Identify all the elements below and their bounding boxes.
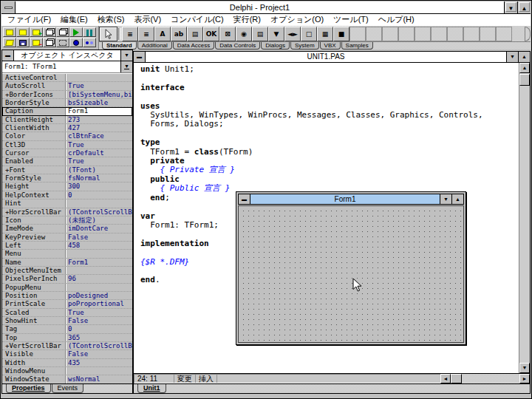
component-memo[interactable]: ▤	[187, 27, 203, 41]
palette-scroll-right-button[interactable]	[525, 27, 531, 41]
maximize-button[interactable]: ▲	[517, 1, 531, 13]
editor-system-menu-button[interactable]: ▬	[134, 52, 146, 62]
view-unit-button[interactable]	[43, 27, 56, 37]
property-row[interactable]: WindowMenu	[2, 367, 132, 375]
scroll-up-button[interactable]: ▲	[519, 63, 530, 73]
palette-tab-vbx[interactable]: VBX	[320, 42, 341, 50]
component-groupbox[interactable]: □	[301, 27, 317, 41]
palette-tab-data-controls[interactable]: Data Controls	[215, 42, 260, 50]
form-design-surface[interactable]	[238, 205, 464, 343]
property-row[interactable]: ScaledTrue	[2, 309, 132, 317]
editor-maximize-button[interactable]: ▲	[518, 52, 530, 62]
property-row[interactable]: Height300	[2, 183, 132, 191]
menu-item[interactable]: 検索(S)	[98, 14, 125, 25]
menu-item[interactable]: 実行(R)	[233, 14, 261, 25]
step-over-button[interactable]	[83, 38, 96, 47]
component-radiogroup[interactable]: ▦	[317, 27, 333, 41]
property-row[interactable]: ColorclBtnFace	[2, 132, 132, 140]
property-row[interactable]: PrintScalepoProportional	[2, 300, 132, 308]
property-row[interactable]: ObjectMenuItem	[2, 267, 132, 275]
property-row[interactable]: ClientWidth427	[2, 124, 132, 132]
component-listbox[interactable]: ▤	[252, 27, 268, 41]
component-radiobutton[interactable]: ◉	[236, 27, 252, 41]
open-project-button[interactable]	[3, 27, 16, 37]
vertical-scroll-thumb[interactable]	[519, 74, 530, 86]
property-row[interactable]: ActiveControl	[2, 74, 132, 82]
form-titlebar[interactable]: ▬ Form1 ▼ ▲	[238, 194, 464, 205]
inspector-system-menu-button[interactable]: ▬	[2, 50, 14, 61]
open-file-button[interactable]	[3, 38, 16, 47]
property-row[interactable]: Top365	[2, 334, 132, 342]
property-row[interactable]: Icon(未指定)	[2, 216, 132, 225]
form-maximize-button[interactable]: ▲	[451, 194, 463, 204]
menu-item[interactable]: 表示(V)	[134, 14, 161, 25]
palette-tab-system[interactable]: System	[290, 42, 319, 50]
property-row[interactable]: HelpContext0	[2, 191, 132, 200]
editor-horizontal-scrollbar[interactable]: ◄ ►	[440, 374, 530, 383]
menu-item[interactable]: ツール(T)	[333, 14, 369, 25]
property-row[interactable]: Menu	[2, 250, 132, 258]
menu-item[interactable]: ファイル(F)	[7, 14, 51, 25]
add-file-button[interactable]: +	[30, 27, 43, 37]
pause-button[interactable]	[83, 27, 96, 37]
selection-pointer-button[interactable]	[99, 27, 117, 41]
horizontal-scroll-track[interactable]	[462, 374, 519, 383]
property-row[interactable]: VisibleFalse	[2, 350, 132, 358]
palette-tab-data-access[interactable]: Data Access	[173, 42, 214, 50]
menu-item[interactable]: コンパイル(C)	[171, 14, 224, 25]
editor-vertical-scrollbar[interactable]: ▲ ▼	[519, 63, 530, 373]
menu-item[interactable]: ヘルプ(H)	[378, 14, 415, 25]
toggle-form-unit-button[interactable]	[56, 38, 69, 47]
property-row[interactable]: ShowHintFalse	[2, 317, 132, 325]
component-combobox[interactable]: ▼	[268, 27, 284, 41]
editor-tab-unit1[interactable]: Unit1	[137, 384, 166, 393]
new-form-button[interactable]	[43, 38, 56, 47]
combo-dropdown-button[interactable]: ▼	[120, 61, 132, 72]
inspector-tab-events[interactable]: Events	[52, 384, 84, 393]
property-row[interactable]: KeyPreviewFalse	[2, 233, 132, 242]
property-row[interactable]: PopupMenu	[2, 284, 132, 292]
property-row[interactable]: +VertScrollBar(TControlScrollBar	[2, 342, 132, 350]
property-row[interactable]: BorderStylebsSizeable	[2, 99, 132, 107]
component-edit[interactable]: ab	[171, 27, 187, 41]
palette-tab-dialogs[interactable]: Dialogs	[261, 42, 290, 50]
property-row[interactable]: Tag0	[2, 325, 132, 333]
property-row[interactable]: CaptionForm1	[2, 107, 132, 115]
property-row[interactable]: +BorderIcons[biSystemMenu,biMi	[2, 91, 132, 99]
property-row[interactable]: Ctl3DTrue	[2, 141, 132, 149]
trace-into-button[interactable]	[69, 38, 83, 47]
property-row[interactable]: PixelsPerInch96	[2, 275, 132, 283]
save-file-button[interactable]	[16, 38, 30, 47]
scroll-right-button[interactable]: ►	[519, 374, 530, 383]
property-row[interactable]: WindowStatewsNormal	[2, 375, 132, 383]
object-selector-combo[interactable]: Form1: TForm1 ▼	[2, 61, 132, 73]
property-row[interactable]: AutoScrollTrue	[2, 82, 132, 90]
property-row[interactable]: PositionpoDesigned	[2, 292, 132, 300]
inspector-rollup-button[interactable]: ▼	[120, 50, 132, 61]
component-scrollbar[interactable]: ◄►	[284, 27, 301, 41]
property-row[interactable]: ClientHeight273	[2, 116, 132, 124]
menu-item[interactable]: 編集(E)	[61, 14, 88, 25]
scroll-down-button[interactable]: ▼	[519, 363, 530, 373]
form-minimize-button[interactable]: ▼	[440, 194, 451, 204]
property-row[interactable]: Hint	[2, 200, 132, 208]
editor-minimize-button[interactable]: ▼	[506, 52, 518, 62]
component-mainmenu[interactable]: ≡	[122, 27, 138, 41]
view-form-button[interactable]	[56, 27, 69, 37]
property-row[interactable]: Width435	[2, 359, 132, 367]
property-row[interactable]: ImeModeimDontCare	[2, 225, 132, 233]
inspector-tab-properties[interactable]: Properties	[6, 384, 51, 393]
palette-tab-additional[interactable]: Additional	[137, 42, 172, 50]
component-label[interactable]: A	[154, 27, 171, 41]
menu-item[interactable]: オプション(O)	[270, 14, 324, 25]
save-project-button[interactable]	[16, 27, 30, 37]
system-menu-button[interactable]	[1, 1, 16, 13]
property-row[interactable]: NameForm1	[2, 259, 132, 267]
form-system-menu-button[interactable]: ▬	[239, 194, 250, 204]
vertical-scroll-track[interactable]	[519, 86, 530, 363]
component-panel[interactable]: ■	[333, 27, 349, 41]
property-row[interactable]: +HorzScrollBar(TControlScrollBar	[2, 208, 132, 216]
property-row[interactable]: CursorcrDefault	[2, 149, 132, 157]
component-button[interactable]: OK	[203, 27, 219, 41]
scroll-left-button[interactable]: ◄	[440, 374, 451, 383]
